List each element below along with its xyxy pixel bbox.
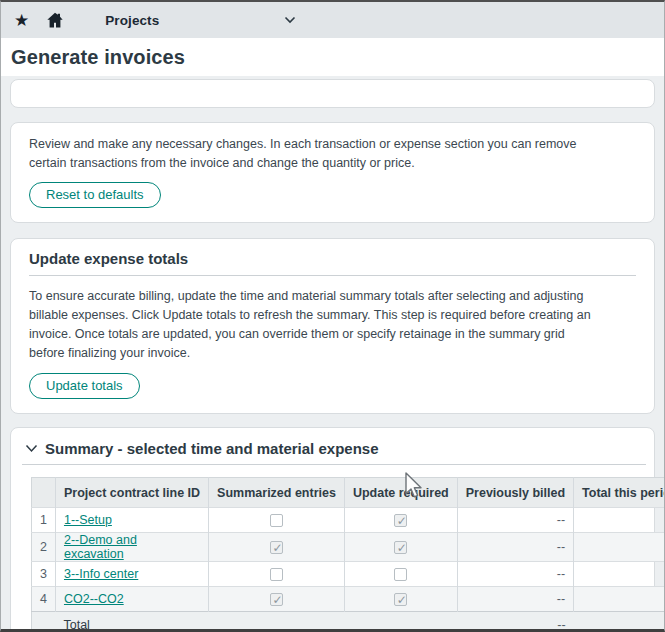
home-icon[interactable] xyxy=(45,10,65,30)
summary-table-header: Project contract line ID Summarized entr… xyxy=(32,478,665,508)
line-id-cell: 1--Setup xyxy=(55,508,208,533)
col-header-previously-billed[interactable]: Previously billed xyxy=(457,478,573,508)
table-row: 4CO2--CO2-- xyxy=(32,587,665,612)
summary-section-header[interactable]: Summary - selected time and material exp… xyxy=(22,437,646,457)
previously-billed-cell: -- xyxy=(457,587,573,612)
col-header-summarized[interactable]: Summarized entries xyxy=(209,478,345,508)
update-instructions: To ensure accurate billing, update the t… xyxy=(29,287,636,363)
line-id-cell: 3--Info center xyxy=(55,562,208,587)
total-period-cell: -- xyxy=(574,508,665,533)
chevron-down-icon[interactable] xyxy=(284,16,296,24)
total-period-cell: -- xyxy=(574,562,665,587)
contract-line-link[interactable]: 2--Demo and excavation xyxy=(64,533,137,561)
summarized-cell xyxy=(209,533,345,562)
previously-billed-cell: -- xyxy=(457,533,573,562)
total-label: Total xyxy=(55,612,208,632)
update-totals-button[interactable]: Update totals xyxy=(29,373,140,399)
table-row: 11--Setup---- xyxy=(32,508,665,533)
summary-table-footer: Total -- -- xyxy=(32,612,665,632)
total-this-period: -- xyxy=(574,612,665,632)
page-header: Generate invoices xyxy=(1,38,664,76)
row-number: 1 xyxy=(32,508,56,533)
update-section-title: Update expense totals xyxy=(29,250,636,267)
collapsed-card xyxy=(10,79,655,108)
summary-table-body: 11--Setup----22--Demo and excavation--33… xyxy=(32,508,665,612)
table-row: 22--Demo and excavation-- xyxy=(32,533,665,562)
summary-section: Summary - selected time and material exp… xyxy=(10,427,655,632)
page-title: Generate invoices xyxy=(11,46,185,69)
line-id-cell: CO2--CO2 xyxy=(55,587,208,612)
total-row: Total -- -- xyxy=(32,612,665,632)
update-required-cell xyxy=(344,587,457,612)
collapse-chevron-icon[interactable] xyxy=(25,444,38,453)
summarized-cell xyxy=(209,587,345,612)
nav-dropdown-label[interactable]: Projects xyxy=(105,13,159,28)
update-required-checkbox[interactable] xyxy=(394,514,407,527)
summarized-cell xyxy=(209,508,345,533)
line-id-cell: 2--Demo and excavation xyxy=(55,533,208,562)
col-header-line-id[interactable]: Project contract line ID xyxy=(55,478,208,508)
previously-billed-cell: -- xyxy=(457,508,573,533)
total-previously-billed: -- xyxy=(457,612,573,632)
top-navigation-bar: ★ Projects xyxy=(1,2,664,38)
row-number: 3 xyxy=(32,562,56,587)
app-window: ★ Projects Generate invoices Review and … xyxy=(0,0,665,632)
reset-to-defaults-button[interactable]: Reset to defaults xyxy=(29,182,161,208)
review-section: Review and make any necessary changes. I… xyxy=(10,122,655,223)
review-instructions: Review and make any necessary changes. I… xyxy=(29,135,636,173)
update-required-checkbox[interactable] xyxy=(394,541,407,554)
summarized-cell xyxy=(209,562,345,587)
page-content: Review and make any necessary changes. I… xyxy=(1,76,664,629)
favorite-star-icon[interactable]: ★ xyxy=(14,12,29,29)
row-number: 4 xyxy=(32,587,56,612)
summary-table: Project contract line ID Summarized entr… xyxy=(31,477,665,632)
update-expense-totals-section: Update expense totals To ensure accurate… xyxy=(10,238,655,414)
update-required-checkbox[interactable] xyxy=(394,593,407,606)
col-header-rownum xyxy=(32,478,56,508)
update-required-cell xyxy=(344,533,457,562)
update-required-cell xyxy=(344,508,457,533)
update-required-cell xyxy=(344,562,457,587)
contract-line-link[interactable]: CO2--CO2 xyxy=(64,592,124,606)
summarized-entries-checkbox[interactable] xyxy=(270,568,283,581)
total-period-cell xyxy=(574,533,665,562)
col-header-total-period[interactable]: Total this period xyxy=(574,478,665,508)
summarized-entries-checkbox[interactable] xyxy=(270,514,283,527)
contract-line-link[interactable]: 1--Setup xyxy=(64,513,112,527)
summary-section-title: Summary - selected time and material exp… xyxy=(45,440,378,457)
section-divider xyxy=(22,464,646,465)
table-row: 33--Info center---- xyxy=(32,562,665,587)
total-period-cell xyxy=(574,587,665,612)
section-divider xyxy=(29,275,636,276)
summarized-entries-checkbox[interactable] xyxy=(270,541,283,554)
update-required-checkbox[interactable] xyxy=(394,568,407,581)
col-header-update-required[interactable]: Update required xyxy=(344,478,457,508)
summarized-entries-checkbox[interactable] xyxy=(270,593,283,606)
previously-billed-cell: -- xyxy=(457,562,573,587)
row-number: 2 xyxy=(32,533,56,562)
contract-line-link[interactable]: 3--Info center xyxy=(64,567,138,581)
